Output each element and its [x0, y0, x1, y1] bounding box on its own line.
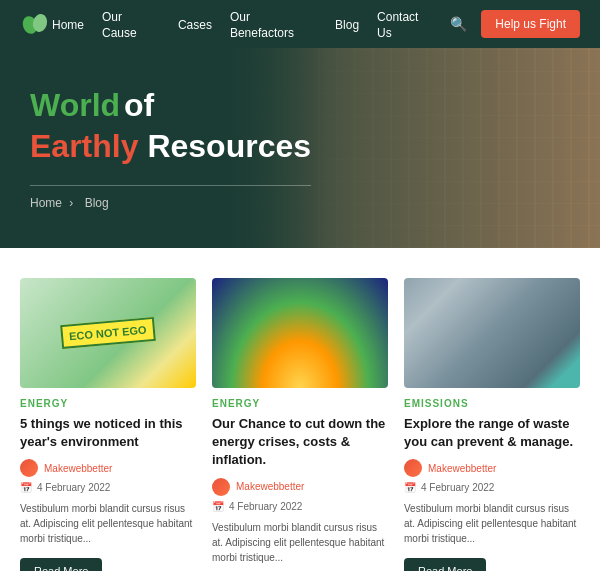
calendar-icon: 📅 [20, 482, 32, 493]
help-us-fight-button[interactable]: Help us Fight [481, 10, 580, 38]
card-title: 5 things we noticed in this year's envir… [20, 415, 196, 451]
nav-our-cause[interactable]: Our Cause [102, 10, 137, 40]
breadcrumb: Home › Blog [30, 185, 311, 210]
nav-blog[interactable]: Blog [335, 18, 359, 32]
card-title: Our Chance to cut down the energy crises… [212, 415, 388, 470]
nav-links: Home Our Cause Cases Our Benefactors Blo… [52, 8, 436, 40]
card-excerpt: Vestibulum morbi blandit cursus risus at… [404, 501, 580, 546]
card-category: ENERGY [212, 398, 388, 409]
avatar [212, 478, 230, 496]
breadcrumb-home[interactable]: Home [30, 196, 62, 210]
date-text: 4 February 2022 [421, 482, 494, 493]
avatar [20, 459, 38, 477]
hero-earthly: Earthly [30, 128, 138, 164]
author-name: Makewebbetter [236, 481, 304, 492]
logo[interactable] [20, 12, 52, 36]
card-date: 📅 4 February 2022 [212, 501, 388, 512]
calendar-icon: 📅 [404, 482, 416, 493]
hero-of: of [124, 87, 154, 123]
read-more-button[interactable]: Read More [404, 558, 486, 571]
card-date: 📅 4 February 2022 [20, 482, 196, 493]
card-image-2 [404, 278, 580, 388]
breadcrumb-current: Blog [85, 196, 109, 210]
breadcrumb-separator: › [69, 196, 73, 210]
nav-benefactors[interactable]: Our Benefactors [230, 10, 294, 40]
logo-icon [20, 12, 52, 36]
card-author: Makewebbetter [404, 459, 580, 477]
hero-section: World of Earthly Resources Home › Blog [0, 48, 600, 248]
card-item: EMISSIONS Explore the range of waste you… [404, 278, 580, 571]
search-icon[interactable]: 🔍 [450, 16, 467, 32]
date-text: 4 February 2022 [229, 501, 302, 512]
card-category: ENERGY [20, 398, 196, 409]
card-date: 📅 4 February 2022 [404, 482, 580, 493]
card-title: Explore the range of waste you can preve… [404, 415, 580, 451]
nav-home[interactable]: Home [52, 18, 84, 32]
author-name: Makewebbetter [428, 463, 496, 474]
avatar [404, 459, 422, 477]
card-excerpt: Vestibulum morbi blandit cursus risus at… [212, 520, 388, 565]
hero-resources: Resources [147, 128, 311, 164]
hero-title-line2: Earthly Resources [30, 128, 311, 165]
nav-cases[interactable]: Cases [178, 18, 212, 32]
card-item: ENERGY Our Chance to cut down the energy… [212, 278, 388, 571]
nav-contact[interactable]: Contact Us [377, 10, 418, 40]
card-image-0 [20, 278, 196, 388]
card-author: Makewebbetter [20, 459, 196, 477]
navigation: Home Our Cause Cases Our Benefactors Blo… [0, 0, 600, 48]
read-more-button[interactable]: Read More [20, 558, 102, 571]
card-author: Makewebbetter [212, 478, 388, 496]
card-category: EMISSIONS [404, 398, 580, 409]
hero-world: World [30, 87, 120, 123]
calendar-icon: 📅 [212, 501, 224, 512]
card-item: ENERGY 5 things we noticed in this year'… [20, 278, 196, 571]
hero-title-line1: World of [30, 87, 311, 124]
card-image-1 [212, 278, 388, 388]
card-excerpt: Vestibulum morbi blandit cursus risus at… [20, 501, 196, 546]
date-text: 4 February 2022 [37, 482, 110, 493]
hero-content: World of Earthly Resources Home › Blog [0, 87, 341, 210]
main-content: ENERGY 5 things we noticed in this year'… [0, 248, 600, 571]
cards-grid: ENERGY 5 things we noticed in this year'… [20, 278, 580, 571]
author-name: Makewebbetter [44, 463, 112, 474]
